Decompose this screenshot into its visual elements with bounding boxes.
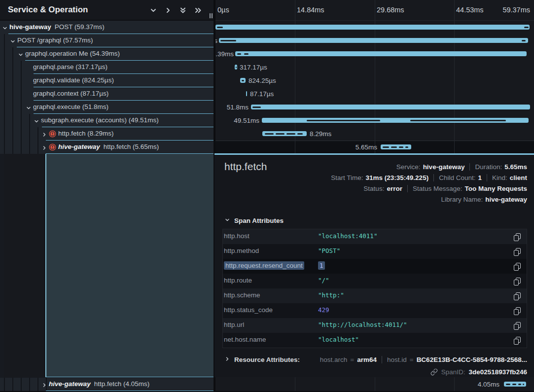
waterfall-row[interactable]: 51.8ms: [215, 101, 534, 114]
link-icon[interactable]: [430, 368, 438, 376]
span-duration-bar[interactable]: [251, 105, 530, 109]
copy-icon[interactable]: [514, 322, 521, 329]
attribute-row[interactable]: http.request.resend_count1: [223, 259, 527, 274]
span-tree-row[interactable]: POST /graphql (57.57ms): [0, 34, 214, 47]
chevron-down-icon[interactable]: [18, 51, 24, 57]
waterfall-row[interactable]: 54.39ms: [215, 47, 534, 61]
meta-label: Kind:: [492, 174, 507, 181]
span-meta-item: Kind:client: [492, 174, 527, 181]
equals-sign: =: [350, 356, 354, 363]
indent-guide: [4, 74, 5, 87]
span-duration-bar[interactable]: [219, 38, 528, 43]
span-meta-line: Status:errorStatus Message:Too Many Requ…: [331, 183, 527, 194]
child-span-marker: [399, 146, 403, 148]
span-duration-label: 57.57ms: [215, 37, 217, 44]
span-tree-row[interactable]: graphql.execute (51.8ms): [0, 101, 214, 114]
span-id-value: 3de02518937fb246: [468, 368, 527, 376]
chevron-right-icon[interactable]: [41, 381, 47, 387]
span-duration-bar[interactable]: [215, 25, 530, 30]
meta-label: Child Count:: [439, 174, 475, 181]
span-tree-row[interactable]: hive-gatewayhttp.fetch (4.05ms): [0, 378, 214, 391]
chevron-down-icon[interactable]: [2, 24, 8, 30]
copy-icon[interactable]: [514, 292, 521, 300]
span-tree-row[interactable]: graphql.context (87.17µs): [0, 87, 214, 101]
chevrons-right-icon[interactable]: [194, 6, 202, 14]
chevron-down-icon[interactable]: [10, 37, 16, 43]
service-name: hive-gateway: [58, 143, 100, 150]
span-attributes-table: http.host"localhost:4011"http.method"POS…: [222, 229, 527, 348]
span-tree-row[interactable]: hive-gatewayhttp.fetch (5.65ms): [0, 141, 214, 154]
chevron-down-icon[interactable]: [26, 104, 32, 110]
span-row-label: graphql.context (87.17µs): [33, 90, 108, 97]
attribute-row[interactable]: http.status_code429: [223, 303, 527, 318]
chevrons-down-icon[interactable]: [179, 6, 187, 14]
attribute-row[interactable]: http.host"localhost:4011": [223, 229, 527, 244]
span-tree-row[interactable]: graphql.operation Me (54.39ms): [0, 47, 214, 61]
attribute-row[interactable]: http.scheme"http:": [223, 288, 527, 303]
timeline-ruler: 0µs14.84ms29.68ms44.53ms59.37ms: [215, 0, 534, 21]
pane-resize-grip[interactable]: [210, 13, 213, 18]
ruler-tick-label: 29.68ms: [377, 6, 404, 14]
tree-header: Service & Operation: [0, 0, 214, 21]
resource-key: host.arch: [320, 356, 348, 363]
child-span-marker: [405, 146, 408, 148]
chevron-down-icon[interactable]: [149, 6, 157, 14]
copy-icon[interactable]: [514, 278, 521, 285]
chevron-right-icon[interactable]: [41, 144, 47, 150]
waterfall-row[interactable]: 317.17µs: [215, 61, 534, 74]
child-span-marker: [220, 40, 236, 41]
waterfall-row[interactable]: 5.65ms: [215, 141, 534, 154]
indent-guide: [4, 87, 5, 101]
span-tree-row[interactable]: graphql.validate (824.25µs): [0, 74, 214, 87]
waterfall-row[interactable]: 57.57ms: [215, 34, 534, 47]
waterfall-row[interactable]: 824.25µs: [215, 74, 534, 87]
meta-divider: [407, 185, 408, 192]
attribute-row[interactable]: http.route"/": [223, 274, 527, 288]
waterfall-row[interactable]: [215, 21, 534, 34]
span-title: http.fetch: [224, 161, 267, 173]
copy-icon[interactable]: [514, 248, 521, 255]
child-span-marker: [265, 133, 274, 135]
attribute-row[interactable]: net.host.name"localhost": [223, 333, 527, 348]
chevron-right-icon[interactable]: [164, 6, 172, 14]
span-duration-label: 4.05ms: [478, 381, 499, 388]
attribute-row[interactable]: http.url"http://localhost:4011/": [223, 318, 527, 333]
meta-divider: [487, 174, 487, 181]
copy-icon[interactable]: [514, 337, 521, 344]
span-tree-row[interactable]: subgraph.execute (accounts) (49.51ms): [0, 114, 214, 127]
chevron-right-icon[interactable]: [224, 356, 230, 363]
span-duration-bar[interactable]: [235, 51, 527, 56]
operation-name: subgraph.execute (accounts) (49.51ms): [41, 116, 159, 124]
indent-guide: [21, 101, 22, 114]
span-id-label: SpanID:: [441, 368, 465, 376]
indent-guide: [4, 34, 5, 47]
indent-guide: [12, 101, 13, 114]
indent-guide: [29, 141, 30, 154]
span-meta-item: Status:error: [363, 185, 402, 192]
indent-guide: [21, 87, 22, 101]
copy-icon[interactable]: [514, 263, 521, 270]
chevron-down-icon[interactable]: [34, 117, 39, 123]
copy-icon[interactable]: [514, 233, 521, 241]
copy-icon[interactable]: [514, 307, 521, 315]
span-tree-row[interactable]: graphql.parse (317.17µs): [0, 61, 214, 74]
span-meta-item: Child Count:1: [439, 174, 482, 181]
waterfall-row[interactable]: 49.51ms: [215, 114, 534, 127]
span-detail-panel: http.fetch Service:hive-gatewayDuration:…: [214, 153, 534, 377]
attribute-row[interactable]: http.method"POST": [223, 244, 527, 259]
meta-value: 1: [478, 174, 482, 181]
span-tree-row[interactable]: hive-gatewayPOST (59.37ms): [0, 21, 214, 34]
span-row-label: subgraph.execute (accounts) (49.51ms): [41, 116, 159, 124]
ruler-tick-label: 44.53ms: [456, 6, 484, 14]
child-span-marker: [242, 80, 244, 81]
chevron-right-icon[interactable]: [41, 131, 47, 137]
waterfall-row[interactable]: 8.29ms: [215, 127, 534, 141]
waterfall-row[interactable]: 4.05ms: [215, 378, 534, 391]
operation-name: graphql.validate (824.25µs): [33, 76, 114, 84]
waterfall-row[interactable]: 87.17µs: [215, 87, 534, 101]
span-duration-bar[interactable]: [246, 91, 247, 96]
span-tree-row[interactable]: http.fetch (8.29ms): [0, 127, 214, 141]
indent-guide: [21, 127, 22, 141]
span-attributes-toggle[interactable]: Span Attributes: [224, 217, 284, 224]
resource-attributes-heading[interactable]: Resource Attributes:: [234, 356, 300, 363]
